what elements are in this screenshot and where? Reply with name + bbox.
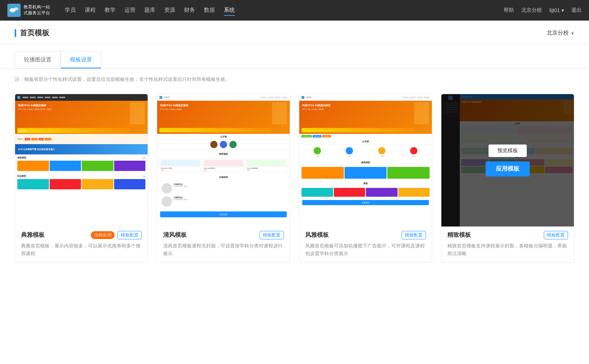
user-menu[interactable]: lijt01 ▾ xyxy=(549,7,564,13)
user-chevron-icon: ▾ xyxy=(561,7,564,13)
logo[interactable]: 云朵 教育机构一站 式服务云平台 xyxy=(7,4,50,17)
branch-selector[interactable]: 北京分校 ∨ xyxy=(547,29,574,42)
template-preview-breeze: 云朵设堂 托福TPO1-54真题及解析 PTE 口语 口语提分 成绩单 xyxy=(157,94,290,226)
card-name-elegant2: 风雅模板 xyxy=(305,231,329,239)
preview-courses-elegant2 xyxy=(299,165,432,181)
preview-courses: 推荐课程 更多 xyxy=(15,154,148,173)
config-button-refined[interactable]: 模板配置 xyxy=(544,231,568,239)
tab-template[interactable]: 模板设置 xyxy=(61,51,101,68)
nav-item-questions[interactable]: 题库 xyxy=(144,5,155,16)
card-title-row-elegant2: 风雅模板 模板配置 xyxy=(305,231,426,239)
preview-recommend-elegant2: 推荐课程 xyxy=(299,160,432,165)
preview-career: 职业教育 更多 xyxy=(15,173,148,191)
preview-teachers-breeze xyxy=(157,140,290,149)
nav-menu: 学员 课程 教学 运营 题库 资源 财务 数据 系统 xyxy=(65,5,235,16)
nav-item-students[interactable]: 学员 xyxy=(65,5,76,16)
config-button-elegant2[interactable]: 模板配置 xyxy=(402,231,426,239)
config-button-elegant[interactable]: 模板配置 xyxy=(117,231,142,239)
preview-nav-dots xyxy=(22,97,65,98)
card-desc-refined: 精致首页模板支持课程展示封面，各模板分隔明显，界面简洁清晰 xyxy=(447,242,568,258)
svg-text:云朵: 云朵 xyxy=(10,11,15,14)
logo-text: 教育机构一站 式服务云平台 xyxy=(24,4,50,16)
svg-point-1 xyxy=(14,7,18,10)
preview-hero-elegant2: 托福TPO1-54真题及解析 PTE 口语 口语提分 成绩单 xyxy=(299,101,432,134)
card-name-refined: 精致模板 xyxy=(447,231,471,239)
card-title-row-elegant: 典雅模板 当前应用 模板配置 xyxy=(21,231,142,239)
preview-open-elegant2: 公开课 xyxy=(299,139,432,144)
current-badge-elegant: 当前应用 xyxy=(91,231,114,239)
card-desc-breeze: 清风首页模板课程无封面，可设置按学科分类对课程进行展示 xyxy=(163,242,284,258)
page-content: 首页模板 北京分校 ∨ 轮播图设置 模板设置 注：模板有部分个性化样式设置，设置… xyxy=(0,21,589,364)
page-header: 首页模板 北京分校 ∨ xyxy=(0,21,589,44)
note-text: 注：模板有部分个性化样式设置，设置后仅当前模板生效；非个性化样式设置后只针对所有… xyxy=(0,69,589,90)
card-footer-breeze: 清风模板 模板配置 清风首页模板课程无封面，可设置按学科分类对课程进行展示 xyxy=(157,226,290,262)
preview-banner: 30天 让你摆脱平庸 知识使你更有魅力 xyxy=(15,144,148,154)
card-title-row-refined: 精致模板 模板配置 xyxy=(447,231,568,239)
nav-item-data[interactable]: 数据 xyxy=(204,5,215,16)
template-card-refined: 首页 | 课程 | 教学 托福TPO1-54真题及解析 公开课 xyxy=(441,94,574,263)
nav-right: 帮助 北京分校 lijt01 ▾ 退出 xyxy=(504,7,582,14)
nav-item-courses[interactable]: 课程 xyxy=(85,5,96,16)
branch-label: 北京分校 xyxy=(547,29,569,36)
card-desc-elegant: 典雅首页模板，展示内容较多，可以展示优惠券和多个推荐课程 xyxy=(21,242,142,258)
help-link[interactable]: 帮助 xyxy=(504,7,514,14)
card-badges-breeze: 模板配置 xyxy=(260,231,284,239)
nav-item-resources[interactable]: 资源 xyxy=(164,5,175,16)
config-button-breeze[interactable]: 模板配置 xyxy=(260,231,284,239)
page-title-wrap: 首页模板 xyxy=(15,28,49,44)
preview-coupons: 优惠券 ¥30 ¥200 ¥30 ¥200 xyxy=(15,134,148,144)
card-name-breeze: 清风模板 xyxy=(163,231,187,239)
card-name-elegant: 典雅模板 xyxy=(21,231,45,239)
preview-teachers-label-breeze: 全国讲师 xyxy=(157,174,290,180)
nav-item-system[interactable]: 系统 xyxy=(224,5,235,16)
preview-courses-label-elegant2: 课程 xyxy=(299,181,432,186)
nav-item-finance[interactable]: 财务 xyxy=(184,5,195,16)
preview-tags-elegant2: 全部课程包 精品好课 职业教育 xyxy=(299,134,432,139)
page-title: 首页模板 xyxy=(20,28,49,38)
card-desc-elegant2: 风雅首页模板可添加轮播图下广告图片，可对课程及课程包设置学科分类展示 xyxy=(305,242,426,258)
template-preview-elegant: 托福TPO1-54真题及解析 PTE 口语 口语提分 成绩单 单词学 答题卡 精… xyxy=(15,94,148,226)
card-footer-elegant2: 风雅模板 模板配置 风雅首页模板可添加轮播图下广告图片，可对课程及课程包设置学科… xyxy=(299,226,432,262)
title-accent-bar xyxy=(15,29,16,37)
tab-bar: 轮播图设置 模板设置 xyxy=(0,51,589,69)
templates-grid: 托福TPO1-54真题及解析 PTE 口语 口语提分 成绩单 单词学 答题卡 精… xyxy=(0,90,589,277)
card-badges-elegant: 当前应用 模板配置 xyxy=(91,231,142,239)
preview-openkc-elegant2: 学员1 学员2 学员3 xyxy=(299,144,432,160)
template-hover-overlay: 预览模板 应用模板 xyxy=(441,94,574,226)
preview-recommend-breeze: 推荐课程 xyxy=(157,151,290,157)
nav-item-teaching[interactable]: 教学 xyxy=(105,5,116,16)
preview-section-title-breeze: 公开课 xyxy=(157,134,290,139)
apply-template-button[interactable]: 应用模板 xyxy=(486,161,530,176)
preview-logo-dot xyxy=(17,96,20,99)
logout-link[interactable]: 退出 xyxy=(571,7,582,14)
preview-template-button[interactable]: 预览模板 xyxy=(489,144,527,157)
template-card-elegant: 托福TPO1-54真题及解析 PTE 口语 口语提分 成绩单 单词学 答题卡 精… xyxy=(15,94,148,263)
navigation: 云朵 教育机构一站 式服务云平台 学员 课程 教学 运营 题库 资源 财务 数据… xyxy=(0,0,589,21)
card-badges-refined: 模板配置 xyxy=(544,231,568,239)
card-title-row-breeze: 清风模板 模板配置 xyxy=(163,231,284,239)
preview-header-breeze: 云朵设堂 xyxy=(157,94,290,101)
template-card-breeze: 云朵设堂 托福TPO1-54真题及解析 PTE 口语 口语提分 成绩单 xyxy=(157,94,290,263)
template-preview-refined: 首页 | 课程 | 教学 托福TPO1-54真题及解析 公开课 xyxy=(441,94,574,226)
logo-icon: 云朵 xyxy=(7,4,21,17)
preview-hero: 托福TPO1-54真题及解析 PTE 口语 口语提分 成绩单 单词学 答题卡 精… xyxy=(15,101,148,134)
preview-hero-breeze: 托福TPO1-54真题及解析 PTE 口语 口语提分 成绩单 xyxy=(157,101,290,134)
nav-left: 云朵 教育机构一站 式服务云平台 学员 课程 教学 运营 题库 资源 财务 数据… xyxy=(7,4,235,17)
card-footer-refined: 精致模板 模板配置 精致首页模板支持课程展示封面，各模板分隔明显，界面简洁清晰 xyxy=(441,226,574,262)
tab-carousel[interactable]: 轮播图设置 xyxy=(15,51,61,68)
card-badges-elegant2: 模板配置 xyxy=(402,231,426,239)
template-card-elegant2: 云朵设堂 托福TPO1-54真题及解析 PTE 口语 口语提分 成绩单 xyxy=(299,94,432,263)
preview-teacher-row-breeze: 工程师专业 PyTorch深度学习框架... 工程师专业 PyTorch深度学习… xyxy=(157,180,290,210)
card-footer-elegant: 典雅模板 当前应用 模板配置 典雅首页模板，展示内容较多，可以展示优惠券和多个推… xyxy=(15,226,148,262)
branch-link[interactable]: 北京分校 xyxy=(521,7,542,14)
preview-course-row-elegant2 xyxy=(299,186,432,199)
nav-item-operations[interactable]: 运营 xyxy=(124,5,135,16)
branch-chevron-icon: ∨ xyxy=(571,31,574,36)
template-preview-elegant2: 云朵设堂 托福TPO1-54真题及解析 PTE 口语 口语提分 成绩单 xyxy=(299,94,432,226)
preview-courses-breeze: PyTorch入门课程 ¥499 PyTorch进阶课程 ¥499 PyTorc… xyxy=(157,157,290,174)
preview-header-elegant2: 云朵设堂 xyxy=(299,94,432,101)
